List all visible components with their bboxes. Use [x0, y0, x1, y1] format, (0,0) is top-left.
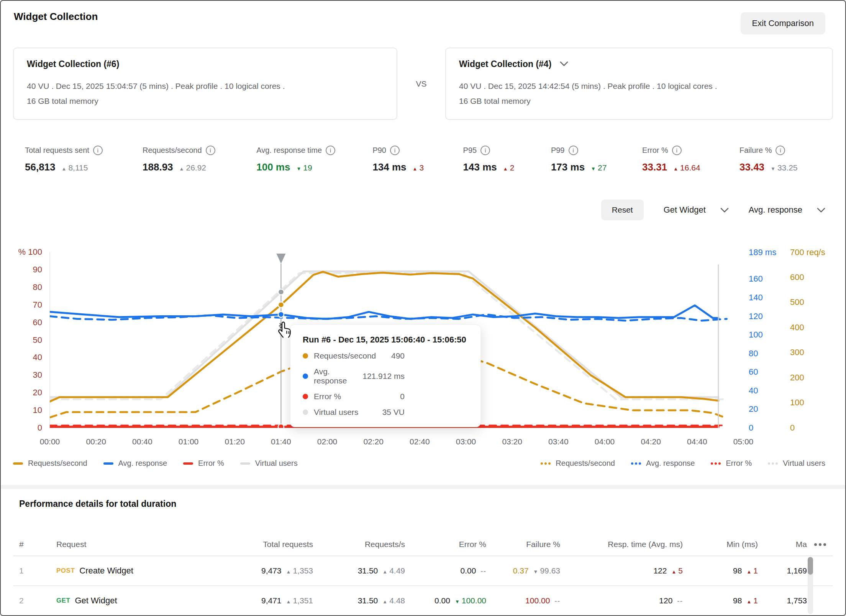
- legend-item-requests-second[interactable]: Requests/second: [541, 459, 615, 468]
- column-header-requests-s[interactable]: Requests/s: [313, 540, 405, 549]
- chevron-down-icon: [817, 205, 825, 215]
- reset-button[interactable]: Reset: [601, 200, 644, 220]
- run-card-meta: 40 VU . Dec 15, 2025 14:42:54 (5 mins) .…: [459, 79, 819, 108]
- info-icon[interactable]: i: [776, 146, 785, 155]
- delta-value: ▼99.63: [533, 566, 560, 575]
- delta-down-icon: ▼: [771, 166, 776, 172]
- y-axis-rps-max-label: 700 req/s: [790, 247, 825, 258]
- stat-value: 134 ms: [372, 161, 406, 173]
- y-axis-percent-tick: 80: [2, 282, 42, 293]
- legend-item-error-[interactable]: Error %: [711, 459, 752, 468]
- metric-cell: 1,169: [758, 566, 807, 575]
- table-scrollbar-thumb[interactable]: [808, 557, 813, 575]
- request-method-badge: GET: [56, 597, 70, 605]
- stat-p95: P95i143 ms▲2: [463, 146, 551, 173]
- delta-value: ▲1,353: [286, 566, 313, 575]
- stat-requests-second: Requests/secondi188.93▲26.92: [143, 146, 256, 173]
- delta-up-icon: ▲: [286, 599, 291, 605]
- column-header-total-requests[interactable]: Total requests: [212, 540, 313, 549]
- table-scrollbar[interactable]: [808, 557, 813, 614]
- metric-cell: 1,753: [758, 596, 807, 605]
- chart-tooltip: Run #6 - Dec 15, 2025 15:06:40 - 15:06:5…: [290, 324, 481, 427]
- x-axis-time-tick: 01:40: [262, 436, 300, 447]
- info-icon[interactable]: i: [569, 146, 578, 155]
- legend-item-virtual-users[interactable]: Virtual users: [768, 459, 825, 468]
- series-color-dot: [303, 353, 308, 359]
- summary-stats-row: Total requests senti56,813▲8,115Requests…: [25, 146, 834, 173]
- delta-text: 33.25: [777, 163, 798, 172]
- compared-run-selector[interactable]: Widget Collection (#4): [459, 59, 819, 69]
- y-axis-ms-tick: 160: [749, 273, 763, 285]
- delta-value: ▲26.92: [179, 163, 206, 172]
- request-name: Get Widget: [75, 596, 117, 606]
- x-axis-time-tick: 01:00: [169, 436, 208, 447]
- tooltip-series-value: 490: [391, 351, 405, 360]
- y-axis-percent-tick: 60: [2, 317, 42, 328]
- stat-label-text: Avg. response time: [256, 146, 322, 155]
- column-header-[interactable]: #: [13, 540, 44, 549]
- series-color-dot: [303, 410, 308, 415]
- series-color-dot: [303, 374, 308, 379]
- metric-value-group: 0.00▼100.00: [434, 596, 486, 605]
- info-icon[interactable]: i: [93, 146, 103, 155]
- column-header-min-ms[interactable]: Min (ms): [683, 540, 758, 549]
- column-header-error[interactable]: Error %: [405, 540, 486, 549]
- delta-text: 4.49: [389, 566, 405, 575]
- metric-value: 100.00: [525, 596, 550, 605]
- table-row[interactable]: 1POSTCreate Widget9,473▲1,35331.50▲4.490…: [13, 556, 833, 586]
- stat-value-row: 173 ms▼27: [551, 161, 642, 173]
- metric-value-group: 122▲5: [653, 566, 683, 575]
- legend-item-avg-response[interactable]: Avg. response: [103, 459, 167, 468]
- hover-marker-triangle[interactable]: [276, 254, 285, 264]
- metric-value-group: 1,169: [787, 566, 807, 575]
- metric-value: 1,753: [787, 596, 807, 605]
- metric-filter-dropdown[interactable]: Avg. response: [749, 205, 825, 215]
- legend-item-error-[interactable]: Error %: [183, 459, 224, 468]
- info-icon[interactable]: i: [480, 146, 490, 155]
- delta-text: 100.00: [462, 596, 486, 605]
- stat-label-text: Error %: [642, 146, 668, 155]
- stat-value: 143 ms: [463, 161, 497, 173]
- request-filter-dropdown[interactable]: Get Widget: [664, 205, 729, 215]
- info-icon[interactable]: i: [326, 146, 335, 155]
- info-icon[interactable]: i: [390, 146, 400, 155]
- tooltip-series-value: 121.912 ms: [362, 372, 405, 381]
- y-axis-rps-tick: 300: [790, 347, 804, 358]
- column-header-failure[interactable]: Failure %: [486, 540, 560, 549]
- column-header-ma[interactable]: Ma: [758, 540, 807, 549]
- run-comparison-cards: Widget Collection (#6) 40 VU . Dec 15, 2…: [13, 48, 833, 120]
- table-row[interactable]: 2GETGet Widget9,471▲1,35131.50▲4.480.00▼…: [13, 586, 833, 616]
- stat-label-text: Failure %: [739, 146, 772, 155]
- legend-label: Error %: [726, 459, 752, 468]
- delta-text: 1: [753, 566, 758, 575]
- stat-value: 33.31: [642, 161, 667, 173]
- legend-item-avg-response[interactable]: Avg. response: [631, 459, 695, 468]
- info-icon[interactable]: i: [206, 146, 215, 155]
- info-icon[interactable]: i: [672, 146, 682, 155]
- column-header-resp-time-avg-ms[interactable]: Resp. time (Avg. ms): [560, 540, 683, 549]
- delta-value: ▼33.25: [771, 163, 797, 172]
- legend-item-requests-second[interactable]: Requests/second: [13, 459, 87, 468]
- y-axis-percent-tick: 20: [2, 387, 42, 398]
- delta-value: ▲8,115: [62, 163, 88, 172]
- tooltip-series-label: Error %: [314, 392, 400, 401]
- delta-text: 99.63: [540, 566, 560, 575]
- y-axis-ms-max-label: 189 ms: [749, 247, 776, 258]
- stat-avg-response-time: Avg. response timei100 ms▼19: [256, 146, 372, 173]
- metric-cell: 0.00▼100.00: [405, 596, 486, 605]
- stat-label-text: P95: [463, 146, 477, 155]
- tooltip-series-label: Virtual users: [314, 408, 382, 417]
- stat-value: 188.93: [143, 161, 173, 173]
- hover-point-dot: [278, 424, 284, 428]
- chart-legends: Requests/secondAvg. responseError %Virtu…: [13, 459, 825, 468]
- x-axis-time-tick: 02:20: [354, 436, 393, 447]
- column-header-request[interactable]: Request: [44, 540, 212, 549]
- exit-comparison-button[interactable]: Exit Comparison: [741, 12, 825, 34]
- metric-value: 1,169: [787, 566, 807, 575]
- run-card-compared: Widget Collection (#4) 40 VU . Dec 15, 2…: [445, 48, 833, 120]
- more-options-icon[interactable]: [807, 543, 833, 546]
- metric-value-group: 120--: [659, 596, 683, 605]
- run-card-baseline: Widget Collection (#6) 40 VU . Dec 15, 2…: [13, 48, 397, 120]
- legend-item-virtual-users[interactable]: Virtual users: [240, 459, 298, 468]
- delta-value: ▲4.48: [382, 596, 405, 605]
